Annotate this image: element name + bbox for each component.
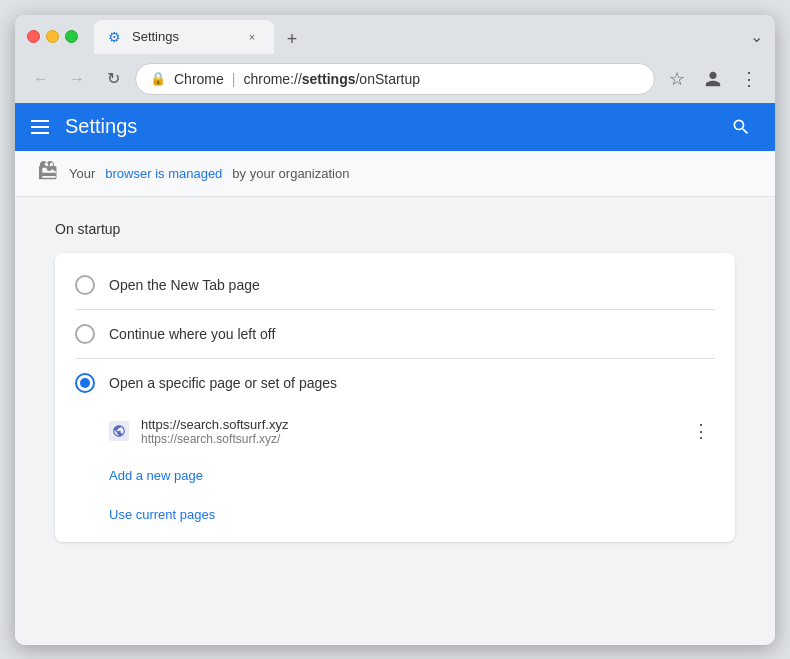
page-info: https://search.softsurf.xyz https://sear… <box>141 417 675 446</box>
traffic-lights <box>27 30 78 43</box>
managed-text-after: by your organization <box>232 166 349 181</box>
profile-button[interactable] <box>699 65 727 93</box>
close-traffic-light[interactable] <box>27 30 40 43</box>
option-continue-label: Continue where you left off <box>109 326 275 342</box>
address-separator: | <box>232 71 236 87</box>
managed-text-before: Your <box>69 166 95 181</box>
section-title: On startup <box>55 221 735 237</box>
url-bold-part: settings <box>302 71 356 87</box>
page-name: https://search.softsurf.xyz <box>141 417 675 432</box>
radio-continue[interactable] <box>75 324 95 344</box>
settings-header: Settings <box>15 103 775 151</box>
radio-dot <box>80 378 90 388</box>
hamburger-line-3 <box>31 132 49 134</box>
hamburger-line-2 <box>31 126 49 128</box>
startup-options-card: Open the New Tab page Continue where you… <box>55 253 735 542</box>
browser-window: ⚙ Settings × + ⌄ ← → ↻ 🔒 Chrome | chrome… <box>15 15 775 645</box>
add-new-page-link[interactable]: Add a new page <box>55 456 735 495</box>
tab-expand-button[interactable]: ⌄ <box>750 27 763 46</box>
page-entry: https://search.softsurf.xyz https://sear… <box>55 407 735 456</box>
use-current-pages-link[interactable]: Use current pages <box>55 495 735 534</box>
page-url: https://search.softsurf.xyz/ <box>141 432 675 446</box>
secure-icon: 🔒 <box>150 71 166 86</box>
settings-page-title: Settings <box>65 115 707 138</box>
back-button[interactable]: ← <box>27 65 55 93</box>
content-area: On startup Open the New Tab page Continu… <box>15 197 775 566</box>
address-url: chrome://settings/onStartup <box>243 71 640 87</box>
reload-button[interactable]: ↻ <box>99 65 127 93</box>
page-more-button[interactable]: ⋮ <box>687 417 715 445</box>
chrome-label: Chrome <box>174 71 224 87</box>
managed-icon <box>39 161 59 186</box>
radio-new-tab[interactable] <box>75 275 95 295</box>
tab-title: Settings <box>132 29 236 44</box>
minimize-traffic-light[interactable] <box>46 30 59 43</box>
page-favicon-icon <box>109 421 129 441</box>
tab-area: ⚙ Settings × + <box>94 20 742 54</box>
option-new-tab[interactable]: Open the New Tab page <box>55 261 735 309</box>
address-input[interactable]: 🔒 Chrome | chrome://settings/onStartup <box>135 63 655 95</box>
title-bar: ⚙ Settings × + ⌄ <box>15 15 775 59</box>
option-specific[interactable]: Open a specific page or set of pages <box>55 359 735 407</box>
option-continue[interactable]: Continue where you left off <box>55 310 735 358</box>
tab-close-button[interactable]: × <box>244 29 260 45</box>
forward-button[interactable]: → <box>63 65 91 93</box>
address-bar: ← → ↻ 🔒 Chrome | chrome://settings/onSta… <box>15 59 775 103</box>
search-button[interactable] <box>723 109 759 145</box>
managed-link[interactable]: browser is managed <box>105 166 222 181</box>
settings-content: Your browser is managed by your organiza… <box>15 151 775 645</box>
more-menu-button[interactable]: ⋮ <box>735 65 763 93</box>
hamburger-line-1 <box>31 120 49 122</box>
managed-banner: Your browser is managed by your organiza… <box>15 151 775 197</box>
tab-favicon-icon: ⚙ <box>108 29 124 45</box>
active-tab[interactable]: ⚙ Settings × <box>94 20 274 54</box>
menu-button[interactable] <box>31 120 49 134</box>
radio-specific[interactable] <box>75 373 95 393</box>
bookmark-button[interactable]: ☆ <box>663 65 691 93</box>
option-specific-label: Open a specific page or set of pages <box>109 375 337 391</box>
option-new-tab-label: Open the New Tab page <box>109 277 260 293</box>
new-tab-button[interactable]: + <box>278 26 306 54</box>
maximize-traffic-light[interactable] <box>65 30 78 43</box>
